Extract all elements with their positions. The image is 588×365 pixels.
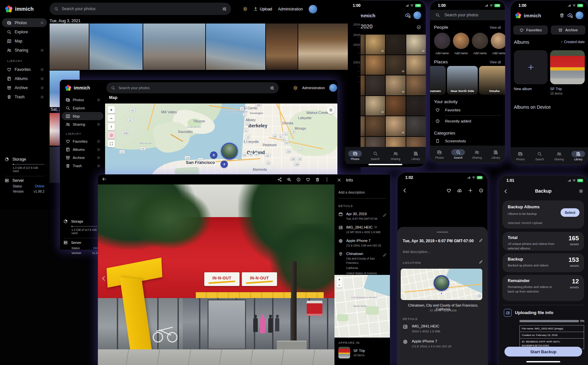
sheet-drag-handle[interactable] bbox=[437, 231, 448, 233]
location-map[interactable] bbox=[401, 269, 482, 300]
sidebar-item-archive[interactable]: Archive bbox=[62, 153, 103, 162]
photo-thumbnail[interactable] bbox=[406, 137, 426, 147]
avatar[interactable] bbox=[329, 84, 337, 92]
sidebar-item-trash[interactable]: Trash bbox=[62, 162, 103, 170]
photo-thumbnail[interactable] bbox=[406, 75, 426, 95]
sidebar-item-favorites[interactable]: Favorites bbox=[62, 137, 103, 145]
sidebar-item-albums[interactable]: Albums bbox=[62, 145, 103, 153]
immich-logo[interactable]: immich bbox=[515, 12, 541, 18]
edit-button[interactable] bbox=[383, 213, 387, 218]
photo-thumbnail[interactable] bbox=[365, 137, 385, 147]
immich-logo[interactable]: immich bbox=[0, 6, 34, 13]
nav-search[interactable]: Search bbox=[449, 146, 468, 163]
compass-button[interactable] bbox=[108, 123, 115, 130]
photo-thumbnail[interactable] bbox=[386, 116, 406, 136]
description-input[interactable]: Add description... bbox=[403, 250, 430, 254]
theme-toggle-icon[interactable] bbox=[293, 86, 298, 90]
new-album-tile[interactable] bbox=[514, 50, 548, 84]
photo-thumbnail[interactable] bbox=[365, 35, 385, 55]
nav-library[interactable]: Library bbox=[569, 147, 588, 164]
photo-thumbnail[interactable] bbox=[365, 116, 385, 136]
nav-photos[interactable]: Photos bbox=[511, 147, 530, 164]
settings-button[interactable] bbox=[579, 189, 583, 195]
fullscreen-button[interactable] bbox=[108, 140, 115, 147]
search-input[interactable]: Search your photos bbox=[50, 3, 231, 15]
photo-thumbnail[interactable] bbox=[50, 24, 89, 70]
sidebar-item-trash[interactable]: Trash bbox=[2, 92, 47, 101]
more-options-button[interactable] bbox=[325, 177, 329, 182]
select-all-button[interactable] bbox=[416, 25, 421, 31]
person-face[interactable] bbox=[434, 33, 450, 49]
add-name-label[interactable]: Add name bbox=[491, 52, 505, 55]
map-info-icon[interactable] bbox=[477, 293, 481, 299]
back-button[interactable] bbox=[402, 188, 408, 195]
zoom-in-button[interactable]: + bbox=[336, 277, 342, 282]
nav-search[interactable]: Search bbox=[530, 147, 549, 164]
nav-sharing[interactable]: Sharing bbox=[549, 147, 569, 164]
check-circle-icon[interactable] bbox=[416, 25, 421, 30]
sidebar-item-archive[interactable]: Archive bbox=[2, 83, 47, 92]
upload-cloud-button[interactable] bbox=[457, 188, 462, 194]
person-face[interactable] bbox=[453, 33, 469, 49]
add-name-label[interactable]: Add name bbox=[453, 52, 469, 55]
album-tile-sf-trip[interactable] bbox=[550, 50, 585, 84]
filter-icon[interactable] bbox=[222, 7, 226, 11]
pencil-icon[interactable] bbox=[383, 253, 387, 257]
clear-selection-button[interactable] bbox=[108, 132, 115, 139]
place-tile[interactable]: Chinatown bbox=[430, 66, 446, 95]
delete-button[interactable] bbox=[315, 177, 320, 182]
photo-thumbnail[interactable] bbox=[365, 55, 385, 75]
theme-toggle-icon[interactable] bbox=[243, 7, 248, 11]
avatar[interactable] bbox=[413, 11, 421, 19]
zoom-out-button[interactable]: − bbox=[336, 282, 342, 288]
minimap-zoom-controls[interactable]: +− bbox=[336, 277, 342, 288]
chevron-left-icon[interactable] bbox=[101, 275, 107, 282]
info-button[interactable] bbox=[296, 177, 301, 182]
photo-thumbnail[interactable] bbox=[386, 96, 406, 116]
photo-thumbnail[interactable] bbox=[266, 24, 298, 70]
place-tile[interactable]: Omaha bbox=[479, 66, 505, 95]
favorite-button[interactable] bbox=[446, 188, 451, 194]
edit-date-button[interactable] bbox=[479, 238, 483, 244]
pencil-icon[interactable] bbox=[479, 260, 483, 264]
sidebar-item-explore[interactable]: Explore bbox=[62, 104, 103, 112]
photo-thumbnail[interactable] bbox=[365, 96, 385, 116]
zoom-button[interactable] bbox=[287, 177, 291, 182]
map-cluster-marker[interactable]: 5 bbox=[210, 151, 217, 159]
favorite-button[interactable] bbox=[306, 177, 310, 182]
photo-thumbnail[interactable] bbox=[406, 96, 426, 116]
administration-link[interactable]: Administration bbox=[278, 7, 303, 11]
photo-thumbnail[interactable] bbox=[365, 75, 385, 95]
map-settings-button[interactable] bbox=[327, 106, 335, 114]
nav-library[interactable]: Library bbox=[406, 147, 426, 164]
album-link[interactable]: SF Trip 15 items bbox=[338, 347, 365, 358]
sidebar-item-map[interactable]: Map bbox=[62, 112, 103, 120]
location-minimap[interactable]: FISHERMAN'S WHARF Beach Street +− bbox=[334, 275, 390, 338]
places-view-all[interactable]: View all bbox=[490, 60, 501, 64]
zoom-out-button[interactable]: − bbox=[108, 115, 115, 122]
immich-logo[interactable]: immich bbox=[60, 85, 90, 91]
photo-thumbnail[interactable] bbox=[386, 35, 406, 55]
zoom-in-button[interactable]: + bbox=[108, 106, 115, 113]
photo-thumbnail[interactable] bbox=[89, 24, 143, 70]
sidebar-item-albums[interactable]: Albums bbox=[2, 74, 47, 83]
timeline-year[interactable]: 2024 bbox=[353, 23, 360, 26]
pencil-icon[interactable] bbox=[383, 213, 387, 217]
places-carousel[interactable]: ChinatownNear North SideOmahaPi bbox=[430, 66, 505, 96]
add-name-label[interactable]: Add name bbox=[434, 52, 450, 55]
upload-button[interactable]: Upload bbox=[254, 7, 272, 11]
photo-thumbnail[interactable] bbox=[298, 24, 348, 70]
sort-button[interactable]: ↑Created date bbox=[561, 40, 585, 44]
photo-thumbnail[interactable] bbox=[386, 137, 406, 147]
timeline-year[interactable]: 2022 bbox=[353, 43, 360, 46]
nav-photos[interactable]: Photos bbox=[345, 147, 365, 164]
nav-photos[interactable]: Photos bbox=[430, 146, 449, 163]
nav-sharing[interactable]: Sharing bbox=[385, 147, 406, 164]
sidebar-item-map[interactable]: Map bbox=[2, 37, 47, 45]
previous-photo-button[interactable] bbox=[101, 275, 107, 283]
timeline-year[interactable]: 2021 bbox=[353, 60, 360, 64]
chevron-left-icon[interactable] bbox=[402, 188, 408, 193]
filter-icon[interactable] bbox=[270, 86, 274, 90]
backup-cloud-icon[interactable] bbox=[567, 12, 573, 18]
info-button[interactable] bbox=[479, 188, 484, 194]
